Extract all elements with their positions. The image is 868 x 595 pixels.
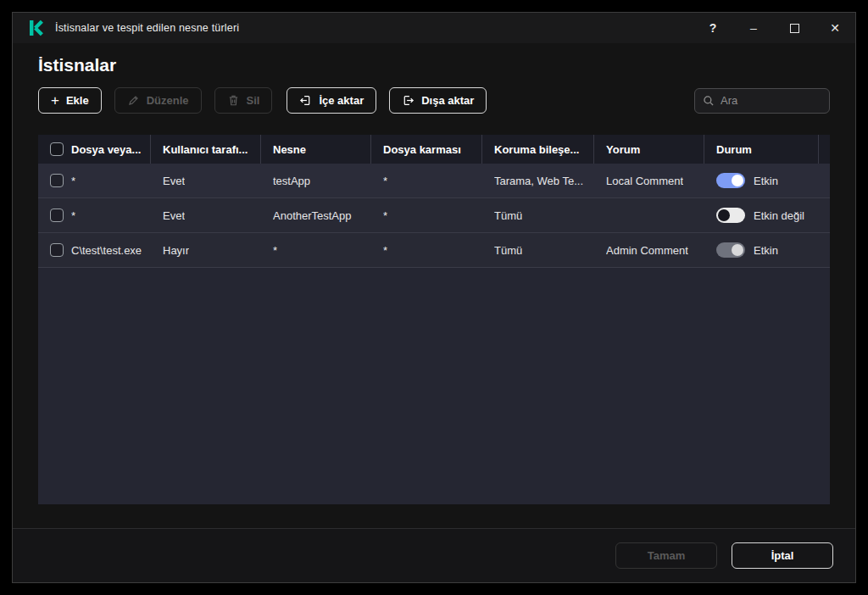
select-all-checkbox[interactable] [50, 142, 64, 156]
search-input[interactable] [721, 94, 821, 107]
row-checkbox[interactable] [50, 174, 64, 187]
toggle-knob [718, 209, 730, 221]
add-button[interactable]: + Ekle [38, 87, 102, 114]
status-label: Etkin [754, 244, 778, 257]
trash-icon [227, 94, 240, 107]
toggle-knob [732, 244, 743, 256]
status-label: Etkin [754, 175, 778, 187]
cell-user: Hayır [163, 244, 189, 257]
table-row[interactable]: *EvettestApp*Tarama, Web Te...Local Comm… [38, 164, 830, 198]
header-hash: Dosya karması [371, 135, 482, 164]
screen-background: İstisnalar ve tespit edilen nesne türler… [0, 0, 868, 595]
cell-component: Tümü [494, 209, 522, 222]
status-label: Etkin değil [754, 209, 804, 222]
page-title: İstisnalar [38, 53, 830, 77]
titlebar: İstisnalar ve tespit edilen nesne türler… [13, 13, 855, 43]
app-window: İstisnalar ve tespit edilen nesne türler… [12, 12, 856, 583]
header-user: Kullanıcı tarafı... [151, 135, 261, 164]
table-header: Dosya veya... Kullanıcı tarafı... Nesne … [38, 135, 830, 164]
header-spacer [819, 135, 831, 164]
export-icon [402, 94, 415, 107]
search-box [694, 88, 830, 114]
cell-comment: Admin Comment [606, 244, 688, 257]
table-body: *EvettestApp*Tarama, Web Te...Local Comm… [38, 164, 830, 504]
row-checkbox[interactable] [50, 243, 64, 257]
header-status: Durum [704, 135, 819, 164]
cell-comment: Local Comment [606, 175, 683, 187]
header-object: Nesne [261, 135, 371, 164]
export-button[interactable]: Dışa aktar [389, 87, 487, 114]
status-toggle[interactable] [716, 208, 745, 223]
header-component: Koruma bileşe... [482, 135, 594, 164]
import-button-label: İçe aktar [319, 94, 364, 107]
header-comment: Yorum [594, 135, 704, 164]
cancel-button[interactable]: İptal [732, 542, 833, 569]
cell-user: Evet [163, 209, 185, 222]
minimize-button[interactable]: – [733, 13, 774, 43]
add-button-label: Ekle [66, 94, 89, 107]
status-toggle[interactable] [716, 242, 745, 258]
cell-hash: * [383, 244, 387, 257]
window-title: İstisnalar ve tespit edilen nesne türler… [55, 22, 239, 34]
header-file: Dosya veya... [38, 135, 151, 164]
row-spacer [819, 233, 830, 267]
ok-button[interactable]: Tamam [615, 542, 717, 569]
cell-object: * [273, 244, 277, 257]
plus-icon: + [51, 93, 59, 108]
import-icon [299, 94, 312, 107]
export-button-label: Dışa aktar [421, 94, 474, 107]
pencil-icon [127, 94, 140, 107]
cell-file: * [71, 209, 75, 222]
edit-button[interactable]: Düzenle [114, 87, 202, 114]
search-icon [703, 95, 715, 107]
cell-hash: * [383, 175, 387, 187]
main-content: İstisnalar + Ekle Düzenle [13, 43, 855, 528]
cell-hash: * [383, 209, 387, 222]
status-toggle[interactable] [716, 173, 745, 188]
cell-object: testApp [273, 175, 310, 187]
delete-button-label: Sil [247, 94, 260, 107]
cell-component: Tümü [494, 244, 522, 257]
close-button[interactable]: ✕ [815, 13, 855, 43]
cell-user: Evet [163, 175, 185, 187]
row-spacer [819, 198, 830, 232]
cell-file: * [71, 175, 75, 187]
toolbar: + Ekle Düzenle [38, 87, 830, 114]
cell-file: C\test\test.exe [71, 244, 142, 257]
maximize-icon [790, 24, 799, 33]
cell-component: Tarama, Web Te... [494, 175, 583, 187]
window-controls: ? – ✕ [693, 13, 855, 43]
footer: Tamam İptal [13, 528, 855, 582]
row-checkbox[interactable] [50, 209, 64, 222]
row-spacer [819, 164, 830, 197]
table-row[interactable]: C\test\test.exeHayır**TümüAdmin CommentE… [38, 233, 830, 268]
help-button[interactable]: ? [693, 13, 733, 43]
maximize-button[interactable] [774, 13, 815, 43]
kaspersky-logo-icon [28, 19, 45, 36]
table-row[interactable]: *EvetAnotherTestApp*TümüEtkin değil [38, 198, 830, 233]
delete-button[interactable]: Sil [214, 87, 273, 114]
import-button[interactable]: İçe aktar [287, 87, 376, 114]
cell-object: AnotherTestApp [273, 209, 352, 222]
toggle-knob [732, 175, 743, 186]
exclusions-table: Dosya veya... Kullanıcı tarafı... Nesne … [38, 135, 830, 504]
edit-button-label: Düzenle [147, 94, 189, 107]
